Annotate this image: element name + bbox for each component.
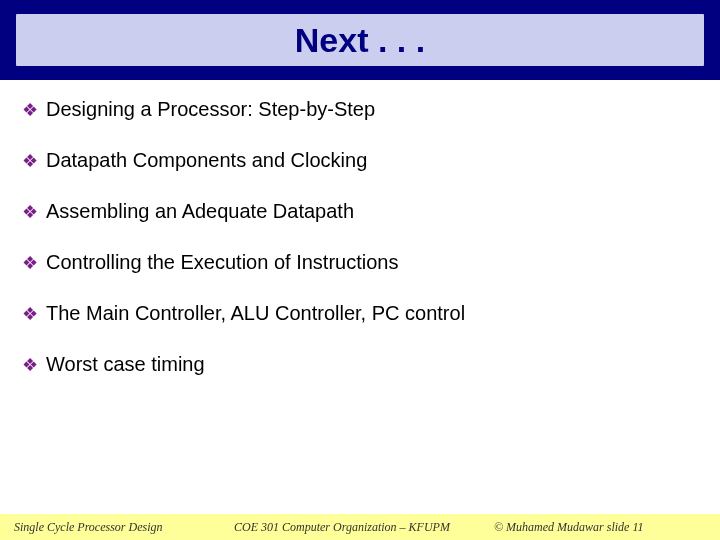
list-item: ❖ Assembling an Adequate Datapath: [22, 200, 698, 223]
diamond-bullet-icon: ❖: [22, 152, 38, 170]
bullet-text: Designing a Processor: Step-by-Step: [46, 98, 375, 121]
content-area: ❖ Designing a Processor: Step-by-Step ❖ …: [0, 80, 720, 376]
slide-title: Next . . .: [295, 21, 425, 60]
diamond-bullet-icon: ❖: [22, 356, 38, 374]
list-item: ❖ Designing a Processor: Step-by-Step: [22, 98, 698, 121]
bullet-text: Assembling an Adequate Datapath: [46, 200, 354, 223]
list-item: ❖ Controlling the Execution of Instructi…: [22, 251, 698, 274]
bullet-text: Datapath Components and Clocking: [46, 149, 367, 172]
diamond-bullet-icon: ❖: [22, 254, 38, 272]
diamond-bullet-icon: ❖: [22, 305, 38, 323]
list-item: ❖ The Main Controller, ALU Controller, P…: [22, 302, 698, 325]
bullet-text: The Main Controller, ALU Controller, PC …: [46, 302, 465, 325]
footer-left: Single Cycle Processor Design: [0, 520, 234, 535]
bullet-text: Controlling the Execution of Instruction…: [46, 251, 398, 274]
title-bar: Next . . .: [0, 0, 720, 80]
list-item: ❖ Worst case timing: [22, 353, 698, 376]
list-item: ❖ Datapath Components and Clocking: [22, 149, 698, 172]
footer-right: © Muhamed Mudawar slide 11: [494, 520, 720, 535]
footer: Single Cycle Processor Design COE 301 Co…: [0, 514, 720, 540]
diamond-bullet-icon: ❖: [22, 101, 38, 119]
footer-center: COE 301 Computer Organization – KFUPM: [234, 520, 494, 535]
title-inner: Next . . .: [16, 14, 704, 66]
diamond-bullet-icon: ❖: [22, 203, 38, 221]
bullet-text: Worst case timing: [46, 353, 205, 376]
